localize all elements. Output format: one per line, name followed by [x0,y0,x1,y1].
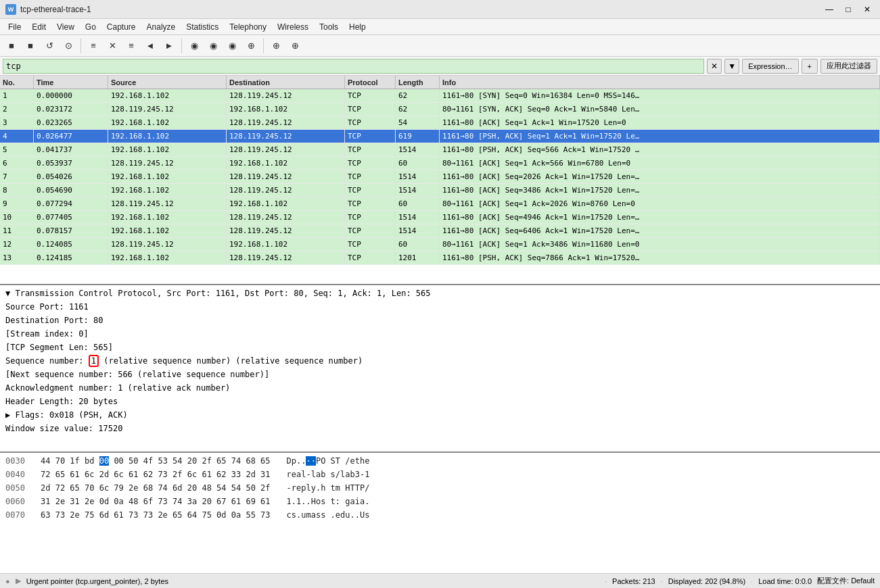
toolbar-btn-6[interactable]: ≡ [122,37,140,55]
col-time: Time [34,76,108,89]
toolbar-btn-8[interactable]: ► [160,37,178,55]
menu-bar: FileEditViewGoCaptureAnalyzeStatisticsTe… [0,19,880,35]
cell-time: 0.023265 [34,116,108,129]
table-row[interactable]: 20.023172128.119.245.12192.168.1.102TCP6… [0,103,880,116]
menu-item-wireless[interactable]: Wireless [272,21,314,33]
cell-time: 0.053937 [34,157,108,170]
filter-bar: ✕ ▼ Expression… + 应用此过滤器 [0,57,880,76]
hex-offset: 0070 [5,509,32,521]
profile: 配置文件: Default [817,576,875,586]
col-protocol: Protocol [345,76,396,89]
hex-offset: 0050 [5,482,32,494]
toolbar-btn-5[interactable]: ✕ [103,37,121,55]
toolbar-btn-7[interactable]: ◄ [141,37,159,55]
toolbar-btn-10[interactable]: ◉ [204,37,222,55]
toolbar-btn-12[interactable]: ⊕ [242,37,260,55]
toolbar-btn-2[interactable]: ↺ [41,37,58,55]
hex-offset: 0060 [5,495,32,508]
toolbar-btn-1[interactable]: ■ [22,37,39,55]
cell-no: 2 [0,103,34,116]
cell-info: 1161→80 [ACK] Seq=1 Ack=1 Win=17520 Len=… [440,116,880,129]
cell-info: 1161→80 [PSH, ACK] Seq=1 Ack=1 Win=17520… [440,130,880,143]
hex-offset: 0040 [5,468,32,481]
detail-line: [TCP Segment Len: 565] [0,341,880,354]
title-bar: W tcp-ethereal-trace-1 — □ ✕ [0,0,880,19]
menu-item-telephony[interactable]: Telephony [224,21,272,33]
cell-destination: 128.119.245.12 [227,211,345,224]
hex-bytes: 72 65 61 6c 2d 6c 61 62 73 2f 6c 61 62 3… [41,468,271,481]
cell-source: 128.119.245.12 [108,157,227,170]
menu-item-help[interactable]: Help [344,21,371,33]
table-row[interactable]: 70.054026192.168.1.102128.119.245.12TCP1… [0,170,880,184]
filter-clear-button[interactable]: ✕ [707,59,722,74]
toolbar-btn-11[interactable]: ◉ [223,37,241,55]
menu-item-view[interactable]: View [51,21,80,33]
status-bar: ● ▶ Urgent pointer (tcp.urgent_pointer),… [0,573,880,588]
cell-length: 1514 [396,184,440,197]
table-row[interactable]: 30.023265192.168.1.102128.119.245.12TCP5… [0,116,880,130]
table-row[interactable]: 80.054690192.168.1.102128.119.245.12TCP1… [0,184,880,197]
maximize-button[interactable]: □ [841,3,856,16]
cell-time: 0.023172 [34,103,108,116]
close-button[interactable]: ✕ [860,3,875,16]
toolbar-btn-3[interactable]: ⊙ [60,37,77,55]
displayed-count: Displayed: 202 (94.8%) [668,577,745,585]
cell-info: 1161→80 [ACK] Seq=6406 Ack=1 Win=17520 L… [440,224,880,237]
detail-line[interactable]: ▶ Flags: 0x018 (PSH, ACK) [0,408,880,422]
menu-item-capture[interactable]: Capture [101,21,141,33]
cell-info: 1161→80 [PSH, ACK] Seq=566 Ack=1 Win=175… [440,143,880,156]
filter-input[interactable] [3,59,704,74]
menu-item-tools[interactable]: Tools [314,21,344,33]
cell-time: 0.077405 [34,211,108,224]
cell-time: 0.026477 [34,130,108,143]
toolbar-btn-14[interactable]: ⊕ [286,37,304,55]
toolbar-btn-4[interactable]: ≡ [85,37,102,55]
table-row[interactable]: 50.041737192.168.1.102128.119.245.12TCP1… [0,143,880,157]
table-row[interactable]: 110.078157192.168.1.102128.119.245.12TCP… [0,224,880,238]
table-row[interactable]: 40.026477192.168.1.102128.119.245.12TCP6… [0,130,880,143]
minimize-button[interactable]: — [822,3,837,16]
table-row[interactable]: 100.077405192.168.1.102128.119.245.12TCP… [0,211,880,224]
apply-filter-button[interactable]: 应用此过滤器 [820,59,877,74]
cell-info: 80→1161 [ACK] Seq=1 Ack=3486 Win=11680 L… [440,238,880,251]
cell-destination: 192.168.1.102 [227,238,345,251]
toolbar-separator [181,39,182,53]
cell-no: 5 [0,143,34,156]
table-row[interactable]: 90.077294128.119.245.12192.168.1.102TCP6… [0,197,880,211]
menu-item-statistics[interactable]: Statistics [181,21,224,33]
packet-detail-panel: ▼ Transmission Control Protocol, Src Por… [0,285,880,453]
cell-length: 60 [396,157,440,170]
hex-row: 004072 65 61 6c 2d 6c 61 62 73 2f 6c 61 … [0,468,880,481]
cell-time: 0.054026 [34,170,108,183]
cell-protocol: TCP [345,224,396,237]
cell-time: 0.041737 [34,143,108,156]
detail-tcp-header[interactable]: ▼ Transmission Control Protocol, Src Por… [0,287,880,300]
packet-list-panel: No. Time Source Destination Protocol Len… [0,76,880,285]
cell-protocol: TCP [345,116,396,129]
cell-source: 192.168.1.102 [108,251,227,264]
cell-destination: 128.119.245.12 [227,116,345,129]
menu-item-edit[interactable]: Edit [26,21,51,33]
table-row[interactable]: 60.053937128.119.245.12192.168.1.102TCP6… [0,157,880,170]
cell-length: 1514 [396,224,440,237]
menu-item-analyze[interactable]: Analyze [141,21,181,33]
packet-list-header: No. Time Source Destination Protocol Len… [0,76,880,89]
toolbar-btn-9[interactable]: ◉ [185,37,203,55]
cell-info: 1161→80 [PSH, ACK] Seq=7866 Ack=1 Win=17… [440,251,880,264]
hex-offset: 0030 [5,455,32,467]
menu-item-file[interactable]: File [3,21,26,33]
toolbar-btn-0[interactable]: ■ [3,37,20,55]
filter-dropdown-button[interactable]: ▼ [724,59,739,74]
toolbar-btn-13[interactable]: ⊕ [267,37,285,55]
cell-info: 1161→80 [SYN] Seq=0 Win=16384 Len=0 MSS=… [440,89,880,102]
menu-item-go[interactable]: Go [80,21,101,33]
table-row[interactable]: 120.124085128.119.245.12192.168.1.102TCP… [0,238,880,251]
filter-plus-button[interactable]: + [802,59,818,74]
cell-time: 0.124085 [34,238,108,251]
hex-bytes: 31 2e 31 2e 0d 0a 48 6f 73 74 3a 20 67 6… [41,495,271,508]
table-row[interactable]: 10.000000192.168.1.102128.119.245.12TCP6… [0,89,880,103]
cell-time: 0.078157 [34,224,108,237]
expression-button[interactable]: Expression… [742,59,798,74]
table-row[interactable]: 130.124185192.168.1.102128.119.245.12TCP… [0,251,880,265]
hex-highlighted-byte: 00 [99,456,109,466]
